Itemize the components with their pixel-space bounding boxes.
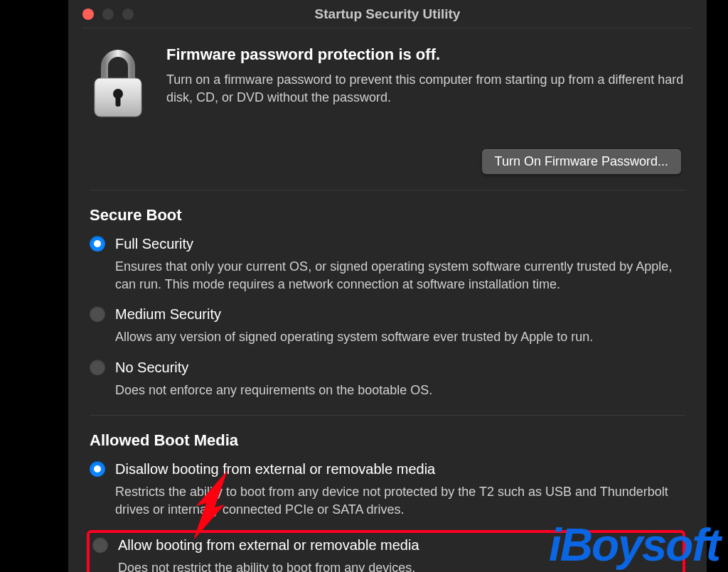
firmware-button-row: Turn On Firmware Password...: [90, 149, 685, 174]
secure-boot-group: Full Security Ensures that only your cur…: [90, 234, 685, 399]
maximize-button[interactable]: [122, 9, 134, 20]
window-title: Startup Security Utility: [82, 6, 692, 22]
secure-boot-title: Secure Boot: [90, 206, 685, 225]
startup-security-window: Startup Security Utility: [68, 0, 707, 572]
radio-description: Restricts the ability to boot from any d…: [115, 483, 685, 519]
secure-boot-section: Secure Boot Full Security Ensures that o…: [90, 206, 685, 399]
radio-option-full-security[interactable]: Full Security Ensures that only your cur…: [90, 234, 685, 293]
radio-full-security[interactable]: [90, 236, 105, 252]
titlebar: Startup Security Utility: [82, 0, 692, 28]
lock-icon: [90, 45, 146, 119]
radio-description: Ensures that only your current OS, or si…: [115, 258, 685, 293]
turn-on-firmware-password-button[interactable]: Turn On Firmware Password...: [482, 149, 681, 174]
radio-label: Disallow booting from external or remova…: [115, 460, 685, 479]
close-button[interactable]: [82, 9, 94, 20]
radio-option-disallow-external[interactable]: Disallow booting from external or remova…: [90, 460, 685, 519]
radio-allow-external[interactable]: [92, 537, 108, 553]
radio-label: Full Security: [115, 234, 685, 254]
firmware-text: Firmware password protection is off. Tur…: [166, 45, 685, 107]
radio-description: Does not enforce any requirements on the…: [115, 382, 685, 399]
divider: [90, 190, 685, 190]
radio-option-no-security[interactable]: No Security Does not enforce any require…: [90, 358, 685, 399]
divider: [90, 415, 685, 416]
radio-medium-security[interactable]: [90, 306, 105, 322]
radio-label: No Security: [115, 358, 685, 377]
radio-no-security[interactable]: [90, 360, 105, 375]
radio-label: Medium Security: [115, 305, 685, 324]
radio-description: Allows any version of signed operating s…: [115, 328, 685, 346]
firmware-title: Firmware password protection is off.: [166, 45, 685, 64]
firmware-section: Firmware password protection is off. Tur…: [90, 45, 685, 125]
allowed-boot-media-title: Allowed Boot Media: [90, 431, 685, 450]
radio-option-medium-security[interactable]: Medium Security Allows any version of si…: [90, 305, 685, 346]
minimize-button[interactable]: [102, 9, 114, 20]
traffic-lights: [82, 9, 134, 20]
content-area: Firmware password protection is off. Tur…: [68, 28, 707, 572]
svg-rect-2: [116, 94, 121, 107]
watermark: iBoysoft: [549, 522, 719, 568]
radio-disallow-external[interactable]: [90, 461, 105, 477]
firmware-description: Turn on a firmware password to prevent t…: [166, 71, 685, 107]
